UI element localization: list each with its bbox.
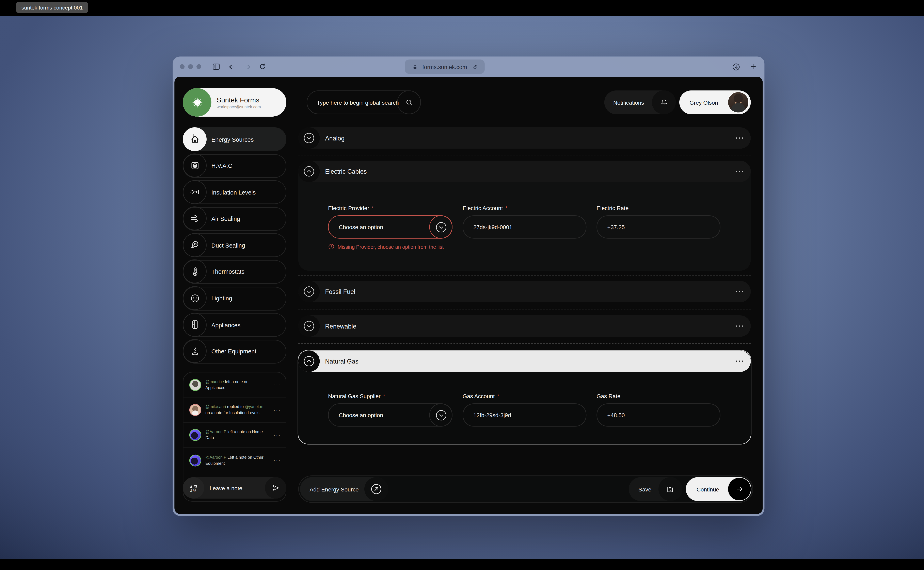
required-asterisk: *	[371, 205, 374, 211]
browser-window: forms.suntek.com Suntek Forms workspace@…	[173, 57, 764, 516]
note-options-icon[interactable]: ···	[274, 458, 281, 463]
section-options-icon[interactable]	[736, 171, 743, 172]
reload-icon[interactable]	[258, 63, 267, 71]
sidebar-item-label: Air Sealing	[212, 216, 240, 222]
section-header-electric-cables[interactable]: Electric Cables	[298, 161, 751, 182]
arrow-right-icon	[728, 477, 751, 501]
sidebar-toggle-icon[interactable]	[212, 62, 221, 72]
sidebar-item-air-sealing[interactable]: Air Sealing	[183, 207, 286, 231]
section-options-icon[interactable]	[736, 291, 743, 292]
send-icon[interactable]	[265, 477, 286, 498]
section-fossil-fuel[interactable]: Fossil Fuel	[298, 281, 751, 302]
chevron-up-icon[interactable]	[298, 161, 320, 182]
sidebar-item-appliances[interactable]: Appliances	[183, 313, 286, 337]
bell-icon[interactable]	[652, 90, 676, 114]
leave-note-input[interactable]: &% Leave a note	[183, 477, 286, 498]
notifications-button[interactable]: Notifications	[605, 90, 676, 114]
back-icon[interactable]	[227, 62, 236, 71]
note-options-icon[interactable]: ···	[274, 382, 281, 388]
chevron-down-icon[interactable]	[429, 215, 453, 239]
sidebar-item-label: Appliances	[212, 322, 241, 328]
field-gas-rate: Gas Rate+48.50	[597, 393, 720, 427]
gas-account-input[interactable]: 12fb-29sd-3j9d	[463, 403, 586, 427]
workspace-card[interactable]: Suntek Forms workspace@suntek.com	[183, 88, 286, 116]
chevron-down-icon[interactable]	[298, 127, 320, 149]
canvas-label: suntek forms concept 001	[16, 2, 88, 13]
electric-provider-select[interactable]: Choose an option	[328, 215, 453, 239]
electric-account-input[interactable]: 27ds-jk9d-0001	[463, 215, 586, 239]
section-header-natural-gas[interactable]: Natural Gas	[298, 350, 751, 372]
new-tab-icon[interactable]	[749, 63, 757, 71]
traffic-light-minimize[interactable]	[188, 64, 193, 69]
downloads-icon[interactable]	[732, 62, 741, 71]
section-title: Analog	[325, 135, 345, 141]
note-item: @maurice left a note on Appliances···	[183, 372, 286, 397]
required-asterisk: *	[497, 393, 499, 399]
chevron-down-icon[interactable]	[298, 316, 320, 337]
chevron-up-icon[interactable]	[298, 350, 320, 372]
sidebar-item-insulation-levels[interactable]: Insulation Levels	[183, 180, 286, 204]
user-menu[interactable]: Grey Olson	[679, 90, 751, 114]
fields-row: Electric Provider*Choose an optionElectr…	[298, 205, 751, 239]
sidebar-item-thermostats[interactable]: Thermostats	[183, 260, 286, 284]
field-electric-rate: Electric Rate+37.25	[597, 205, 720, 239]
url-text: forms.suntek.com	[422, 63, 467, 70]
note-text: @Aaroon.P left a note on Home Data	[206, 429, 267, 441]
sidebar-item-other-equipment[interactable]: Other Equipment	[183, 340, 286, 363]
note-options-icon[interactable]: ···	[274, 432, 281, 438]
continue-button[interactable]: Continue	[686, 477, 751, 501]
section-analog[interactable]: Analog	[298, 127, 751, 149]
traffic-light-zoom[interactable]	[196, 64, 201, 69]
sidebar-item-lighting[interactable]: Lighting	[183, 287, 286, 311]
note-item: @Aaroon.P left a note on Home Data···	[183, 422, 286, 447]
sidebar-item-label: Thermostats	[212, 269, 244, 275]
sidebar-item-duct-sealing[interactable]: Duct Sealing	[183, 233, 286, 257]
search-icon[interactable]	[397, 90, 421, 114]
note-text: @Aaroon.P Left a note on Other Equipment	[206, 454, 267, 467]
natural-gas-supplier-select[interactable]: Choose an option	[328, 403, 453, 427]
search-placeholder: Type here to begin global search	[317, 99, 399, 106]
link-icon[interactable]	[472, 64, 479, 70]
note-avatar	[189, 454, 201, 466]
save-button[interactable]: Save	[629, 477, 682, 501]
sidebar-item-h-v-a-c[interactable]: H.V.A.C	[183, 154, 286, 178]
section-divider	[298, 276, 751, 276]
insulation-icon	[183, 180, 207, 204]
section-title: Fossil Fuel	[325, 288, 355, 295]
sidebar-item-energy-sources[interactable]: Energy Sources	[183, 127, 286, 151]
section-options-icon[interactable]	[736, 138, 743, 139]
sidebar: Suntek Forms workspace@suntek.com Energy…	[183, 77, 286, 514]
outlet-icon	[183, 286, 207, 310]
section-divider	[298, 343, 751, 344]
forward-icon[interactable]	[243, 62, 252, 71]
fields-row: Natural Gas Supplier*Choose an optionGas…	[298, 393, 751, 427]
tape-measure-icon	[183, 233, 207, 257]
section-renewable[interactable]: Renewable	[298, 316, 751, 337]
electric-rate-input[interactable]: +37.25	[597, 215, 720, 239]
user-name: Grey Olson	[689, 99, 718, 106]
lock-icon	[412, 64, 418, 70]
translate-icon[interactable]: &%	[183, 477, 204, 498]
fridge-icon	[183, 313, 207, 337]
section-title: Electric Cables	[325, 168, 367, 175]
notes-panel: @maurice left a note on Appliances···@mi…	[183, 372, 286, 502]
section-title: Natural Gas	[325, 358, 359, 365]
section-options-icon[interactable]	[736, 325, 743, 327]
field-error-message: Missing Provider, choose an option from …	[328, 243, 751, 250]
note-text: @mike.auri replied to @yanet.m on a note…	[206, 404, 267, 416]
traffic-light-close[interactable]	[180, 64, 185, 69]
section-options-icon[interactable]	[736, 360, 743, 362]
suntek-logo-icon	[183, 88, 211, 116]
note-avatar	[189, 404, 201, 416]
add-energy-source-button[interactable]: Add Energy Source	[300, 477, 388, 501]
note-options-icon[interactable]: ···	[274, 407, 281, 412]
avatar	[728, 92, 749, 113]
global-search-input[interactable]: Type here to begin global search	[307, 90, 421, 114]
address-bar[interactable]: forms.suntek.com	[405, 60, 485, 74]
topbar: Type here to begin global search Notific…	[298, 90, 751, 114]
house-icon	[183, 127, 207, 151]
chevron-down-icon[interactable]	[298, 281, 320, 302]
gas-rate-input[interactable]: +48.50	[597, 403, 720, 427]
chevron-down-icon[interactable]	[429, 403, 453, 427]
floppy-disk-icon	[658, 477, 682, 501]
